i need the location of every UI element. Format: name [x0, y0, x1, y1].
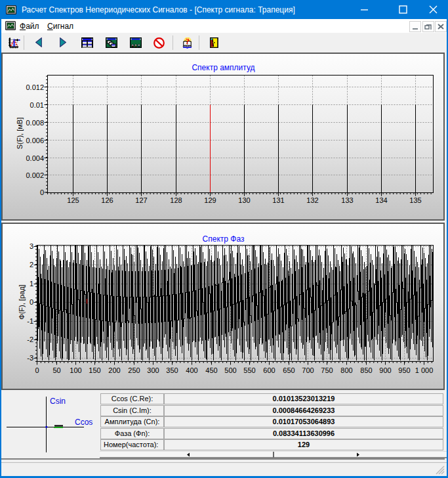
svg-text:800: 800: [340, 366, 352, 374]
svg-text:0.008: 0.008: [26, 119, 44, 127]
svg-text:-1: -1: [27, 317, 33, 325]
svg-text:Ф(F), [рад]: Ф(F), [рад]: [18, 284, 26, 319]
svg-text:950: 950: [398, 366, 410, 374]
svg-text:134: 134: [375, 196, 387, 204]
svg-text:?: ?: [186, 37, 190, 46]
svg-text:250: 250: [128, 366, 140, 374]
svg-text:127: 127: [135, 196, 147, 204]
svg-text:900: 900: [379, 366, 391, 374]
svg-text:0.002: 0.002: [26, 171, 44, 179]
svg-text:-2: -2: [27, 336, 33, 343]
svg-text:3: 3: [30, 242, 33, 250]
svg-text:130: 130: [238, 196, 250, 204]
svg-text:125: 125: [67, 196, 79, 204]
svg-text:135: 135: [409, 196, 421, 204]
svg-text:128: 128: [170, 196, 182, 204]
svg-text:Спектр амплитуд: Спектр амплитуд: [192, 63, 255, 72]
svg-text:S(F), [мВ]: S(F), [мВ]: [16, 118, 24, 150]
svg-text:0.006: 0.006: [26, 137, 44, 144]
svg-text:129: 129: [204, 196, 216, 204]
svg-text:0.004: 0.004: [26, 154, 44, 162]
svg-text:0.01: 0.01: [30, 101, 44, 109]
svg-text:100: 100: [70, 366, 81, 374]
svg-text:150: 150: [89, 366, 100, 374]
svg-text:550: 550: [243, 366, 255, 374]
svg-text:Спектр Фаз: Спектр Фаз: [203, 234, 245, 244]
svg-text:850: 850: [360, 366, 372, 374]
svg-text:650: 650: [283, 366, 295, 374]
svg-text:133: 133: [341, 196, 353, 204]
svg-text:300: 300: [147, 366, 159, 374]
svg-text:500: 500: [224, 366, 236, 374]
svg-text:Ccos: Ccos: [75, 418, 92, 427]
svg-text:131: 131: [272, 196, 284, 204]
svg-text:50: 50: [52, 366, 60, 374]
svg-text:2: 2: [30, 261, 33, 269]
svg-text:1: 1: [30, 280, 33, 288]
svg-text:700: 700: [302, 366, 314, 374]
svg-text:0: 0: [35, 366, 39, 374]
svg-text:Csin: Csin: [50, 397, 66, 406]
svg-text:400: 400: [186, 366, 197, 374]
svg-text:200: 200: [108, 366, 120, 374]
svg-text:350: 350: [166, 366, 178, 374]
svg-text:450: 450: [205, 366, 217, 374]
svg-text:1 000: 1 000: [415, 366, 434, 374]
svg-text:600: 600: [263, 366, 275, 374]
svg-text:0: 0: [30, 298, 33, 306]
svg-text:132: 132: [306, 196, 318, 204]
svg-text:0.012: 0.012: [26, 83, 44, 91]
svg-text:750: 750: [321, 366, 333, 374]
svg-text:126: 126: [101, 196, 113, 204]
svg-text:-3: -3: [27, 354, 33, 362]
svg-text:0: 0: [40, 188, 44, 196]
